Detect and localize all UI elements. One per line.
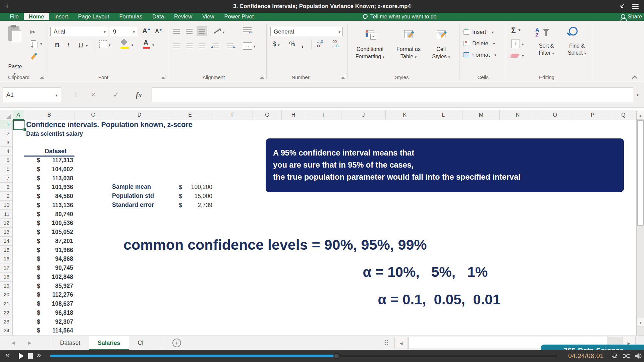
align-middle-icon[interactable] xyxy=(186,29,193,34)
new-sheet-button[interactable]: + xyxy=(172,339,181,347)
column-header-q[interactable]: Q xyxy=(611,110,636,120)
accounting-format-button[interactable]: $▾ xyxy=(272,40,280,48)
row-header-21[interactable]: 21 xyxy=(0,299,12,308)
row-header-12[interactable]: 12 xyxy=(0,219,12,228)
orientation-dropdown-arrow[interactable]: ▾ xyxy=(223,30,225,35)
scroll-up-arrow[interactable]: ▲ xyxy=(637,111,644,120)
row-header-17[interactable]: 17 xyxy=(0,263,12,273)
row-header-15[interactable]: 15 xyxy=(0,246,12,255)
row-header-10[interactable]: 10 xyxy=(0,201,12,210)
menu-icon[interactable] xyxy=(632,4,639,9)
volume-icon[interactable] xyxy=(635,352,642,360)
sheet-tab-ci[interactable]: CI xyxy=(129,336,152,350)
row-header-24[interactable]: 24 xyxy=(0,326,12,335)
bold-button[interactable]: B xyxy=(55,42,60,49)
align-left-icon[interactable] xyxy=(173,44,180,48)
copy-dropdown-arrow[interactable]: ▾ xyxy=(40,42,42,46)
insert-function-icon[interactable]: fx xyxy=(132,87,146,102)
ribbon-tab-insert[interactable]: Insert xyxy=(49,13,73,20)
column-header-b[interactable]: B xyxy=(24,110,74,120)
column-header-j[interactable]: J xyxy=(341,110,386,120)
font-name-combo[interactable]: Arial▾ xyxy=(50,27,108,36)
shuffle-icon[interactable] xyxy=(623,353,630,359)
vertical-scrollbar[interactable]: ▲ ▼ xyxy=(636,111,644,336)
ribbon-tab-file[interactable]: File xyxy=(5,13,24,20)
column-header-p[interactable]: P xyxy=(574,110,611,120)
clipboard-dialog-launcher[interactable] xyxy=(40,75,44,79)
ribbon-tab-review[interactable]: Review xyxy=(169,13,197,20)
row-header-11[interactable]: 11 xyxy=(0,210,12,219)
sheet-nav-left[interactable]: ◀ xyxy=(11,336,15,350)
row-header-22[interactable]: 22 xyxy=(0,308,12,317)
collapse-ribbon-chevron[interactable] xyxy=(632,76,638,81)
column-header-n[interactable]: N xyxy=(500,110,536,120)
row-header-4[interactable]: 4 xyxy=(0,147,12,156)
row-header-8[interactable]: 8 xyxy=(0,183,12,192)
align-right-icon[interactable] xyxy=(199,44,205,48)
column-header-f[interactable]: F xyxy=(213,110,253,120)
clear-button[interactable] xyxy=(510,54,519,58)
row-header-19[interactable]: 19 xyxy=(0,282,12,291)
row-header-13[interactable]: 13 xyxy=(0,228,12,237)
row-header-18[interactable]: 18 xyxy=(0,273,12,282)
ribbon-tab-page-layout[interactable]: Page Layout xyxy=(73,13,114,20)
column-header-o[interactable]: O xyxy=(536,110,574,120)
font-size-combo[interactable]: 9▾ xyxy=(110,27,137,36)
row-header-16[interactable]: 16 xyxy=(0,254,12,263)
borders-icon[interactable] xyxy=(99,40,107,48)
align-bottom-selected[interactable] xyxy=(197,26,207,36)
comma-style-button[interactable]: , xyxy=(301,39,304,49)
decrease-decimal-button[interactable]: .00 →.0 xyxy=(331,40,338,48)
formula-bar-grip[interactable]: ⋮ xyxy=(72,90,79,98)
row-header-7[interactable]: 7 xyxy=(0,174,12,183)
percent-style-button[interactable]: % xyxy=(289,40,295,48)
merge-dropdown-arrow[interactable]: ▾ xyxy=(254,44,256,49)
column-header-e[interactable]: E xyxy=(167,110,213,120)
decrease-indent-icon[interactable]: ◂ xyxy=(213,44,219,48)
row-header-20[interactable]: 20 xyxy=(0,290,12,299)
column-header-d[interactable]: D xyxy=(112,110,167,120)
play-button[interactable] xyxy=(19,353,24,359)
enter-icon[interactable]: ✓ xyxy=(109,87,123,102)
column-header-g[interactable]: G xyxy=(253,110,282,120)
select-all-corner[interactable] xyxy=(0,110,13,120)
ribbon-tab-home[interactable]: Home xyxy=(24,13,49,20)
ribbon-tab-data[interactable]: Data xyxy=(147,13,169,20)
autosum-button[interactable]: Σ▾ xyxy=(511,26,520,35)
scroll-left-arrow[interactable]: ◀ xyxy=(394,337,408,349)
row-header-9[interactable]: 9 xyxy=(0,192,12,201)
row-header-6[interactable]: 6 xyxy=(0,165,12,174)
ribbon-tab-view[interactable]: View xyxy=(197,13,219,20)
font-color-dropdown-arrow[interactable]: ▾ xyxy=(152,43,154,47)
scroll-down-arrow[interactable]: ▼ xyxy=(637,318,644,327)
column-header-k[interactable]: K xyxy=(386,110,424,120)
column-header-c[interactable]: C xyxy=(74,110,112,120)
italic-button[interactable]: I xyxy=(67,42,69,49)
tell-me-box[interactable]: Tell me what you want to do xyxy=(363,13,436,21)
forward-button[interactable]: » xyxy=(37,351,41,359)
name-box-dropdown-arrow[interactable]: ▾ xyxy=(55,93,57,98)
seek-handle[interactable] xyxy=(333,353,339,359)
underline-button[interactable]: U xyxy=(78,42,83,49)
grow-font-button[interactable]: A▲ xyxy=(142,27,151,35)
column-header-i[interactable]: I xyxy=(305,110,341,120)
merge-center-icon[interactable]: ↔ xyxy=(243,42,252,50)
column-header-l[interactable]: L xyxy=(424,110,463,120)
cell-styles-button[interactable]: CellStyles ▾ xyxy=(427,25,455,61)
row-header-5[interactable]: 5 xyxy=(0,156,12,165)
share-button[interactable]: Share xyxy=(621,13,642,21)
row-header-3[interactable]: 3 xyxy=(0,138,12,147)
formula-input[interactable] xyxy=(152,87,633,102)
orientation-icon[interactable] xyxy=(213,27,221,36)
column-header-h[interactable]: H xyxy=(282,110,305,120)
conditional-formatting-button[interactable]: ≠ ConditionalFormatting ▾ xyxy=(352,25,388,61)
format-as-table-button[interactable]: Format asTable ▾ xyxy=(391,25,426,61)
rewind-button[interactable]: « xyxy=(5,351,9,359)
stop-button[interactable] xyxy=(28,353,33,359)
fill-handle[interactable] xyxy=(23,128,26,131)
sheet-nav-right[interactable]: ▶ xyxy=(28,336,32,350)
number-dialog-launcher[interactable] xyxy=(341,75,345,79)
row-header-1[interactable]: 1 xyxy=(0,120,12,129)
fill-dropdown-arrow[interactable]: ▾ xyxy=(522,42,524,47)
underline-dropdown-arrow[interactable]: ▾ xyxy=(86,44,88,48)
